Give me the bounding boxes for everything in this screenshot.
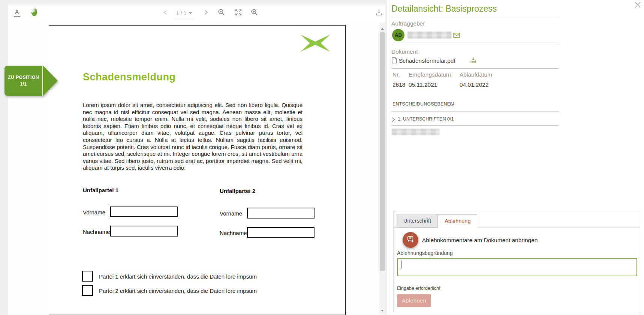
font-a-underline (14, 16, 20, 17)
application-window: A 1 / 1 (0, 0, 644, 315)
divider (391, 125, 559, 126)
meta-header-nr: Nr. (392, 71, 400, 78)
pdf-viewer: A 1 / 1 (0, 0, 387, 315)
chevron-down-icon (189, 12, 192, 14)
scroll-up-arrow[interactable] (379, 26, 385, 32)
party2-consent-checkbox[interactable] (82, 285, 93, 296)
viewer-canvas: Schadensmeldung Lorem ipsum dolor sit am… (8, 22, 385, 315)
position-flag-line1: ZU POSITION (8, 75, 39, 80)
party1-vorname-field[interactable] (110, 206, 178, 217)
download-document-button[interactable] (372, 5, 386, 22)
zoom-out-button[interactable] (215, 5, 228, 22)
zoom-out-icon (218, 9, 225, 18)
chevron-right-icon (392, 117, 395, 122)
party2-heading: Unfallpartei 2 (220, 188, 255, 194)
party1-consent-label: Partei 1 erklärt sich einverstanden, das… (99, 273, 257, 280)
redacted-signer-name (392, 129, 440, 135)
text-cursor (401, 261, 401, 268)
pdf-file-icon (392, 57, 397, 63)
viewer-scrollbar[interactable] (379, 23, 385, 314)
divider (391, 68, 559, 69)
rejection-reason-textarea[interactable] (397, 258, 637, 276)
chevron-left-icon (163, 10, 168, 17)
meta-value-ablaufdatum: 04.01.2022 (460, 81, 489, 88)
add-reject-comment-button[interactable] (403, 232, 418, 248)
zoom-in-button[interactable] (248, 5, 261, 22)
file-download-icon[interactable] (470, 56, 477, 63)
party2-vorname-field[interactable] (247, 208, 315, 219)
rejection-reason-label: Ablehnungsbegründung (397, 250, 453, 256)
position-flag-box: ZU POSITION 1/1 (4, 66, 42, 96)
zoom-in-icon (251, 9, 258, 18)
document-title: Schadensmeldung (83, 71, 176, 83)
reject-button[interactable]: Ablehnen (397, 294, 431, 307)
chevron-right-icon (204, 10, 208, 17)
font-a-icon: A (15, 9, 19, 15)
party2-vorname-label: Vorname (220, 210, 242, 217)
party1-vorname-label: Vorname (83, 209, 105, 216)
next-page-button[interactable] (200, 5, 213, 22)
comment-plus-icon (406, 235, 415, 245)
divider (391, 44, 559, 44)
avatar: AD (392, 29, 404, 41)
meta-header-ablaufdatum: Ablaufdatum (460, 71, 492, 78)
tab-ablehnung[interactable]: Ablehnung (438, 214, 477, 228)
close-icon[interactable] (634, 2, 642, 9)
reject-comment-hint: Ablehnkommentare am Dokument anbringen (422, 237, 538, 244)
go-to-position-flag[interactable]: ZU POSITION 1/1 (4, 66, 58, 96)
party2-nachname-label: Nachname (220, 230, 247, 236)
mail-icon[interactable] (453, 33, 460, 38)
decision-levels-label: ENTSCHEIDUNGSEBENEN (392, 101, 454, 107)
scroll-down-arrow[interactable] (379, 307, 385, 313)
hand-icon (30, 8, 39, 19)
validation-message: Eingabe erforderlich! (397, 286, 440, 291)
party2-nachname-field[interactable] (247, 227, 315, 238)
decision-level-label: 1: UNTERSCHRIFTEN 0/1 (398, 116, 454, 122)
tab-bar: Unterschrift Ablehnung (394, 214, 640, 228)
page-indicator[interactable]: 1 / 1 (174, 8, 195, 20)
download-icon (375, 8, 383, 18)
position-flag-arrow (43, 66, 58, 96)
decision-level-row[interactable]: 1: UNTERSCHRIFTEN 0/1 (392, 116, 454, 122)
panel-title: Detailansicht: Basisprozess (391, 4, 497, 14)
pdf-page: Schadensmeldung Lorem ipsum dolor sit am… (49, 25, 346, 315)
document-section-label: Dokument (391, 48, 418, 55)
triangle-down-icon (381, 310, 384, 312)
file-name[interactable]: Schadensformular.pdf (399, 57, 455, 64)
party1-heading: Unfallpartei 1 (83, 187, 118, 193)
pan-tool-button[interactable] (27, 5, 42, 22)
company-logo (300, 32, 331, 54)
triangle-up-icon (381, 28, 384, 30)
detail-panel: Detailansicht: Basisprozess Auftraggeber… (387, 0, 644, 315)
document-body-text: Lorem ipsum dolor sit amet, consectetur … (83, 102, 303, 172)
meta-value-nr: 2618 (392, 81, 405, 88)
scrollbar-thumb[interactable] (380, 32, 385, 271)
party2-consent-label: Partei 2 erklärt sich einverstanden, das… (99, 288, 257, 294)
divider (391, 111, 559, 112)
party1-nachname-field[interactable] (110, 226, 178, 237)
refresh-icon[interactable] (449, 101, 455, 107)
fit-to-screen-button[interactable] (231, 5, 246, 22)
position-flag-line2: 1/1 (20, 81, 27, 87)
viewer-toolbar: A 1 / 1 (8, 5, 385, 22)
redacted-originator-name (407, 32, 452, 39)
party1-consent-checkbox[interactable] (82, 271, 93, 282)
fullscreen-expand-icon (235, 9, 242, 18)
meta-value-empfangsdatum: 05.11.2021 (409, 81, 437, 88)
originator-label: Auftraggeber (391, 20, 425, 27)
decision-action-box: Unterschrift Ablehnung Ablehnkommentare … (393, 211, 640, 313)
page-display: 1 / 1 (176, 10, 186, 16)
tab-unterschrift[interactable]: Unterschrift (397, 214, 438, 228)
previous-page-button[interactable] (159, 5, 172, 22)
meta-header-empfangsdatum: Empfangsdatum (409, 71, 451, 78)
party1-nachname-label: Nachname (83, 229, 110, 235)
text-select-tool-button[interactable]: A (10, 5, 23, 22)
divider (391, 18, 559, 18)
